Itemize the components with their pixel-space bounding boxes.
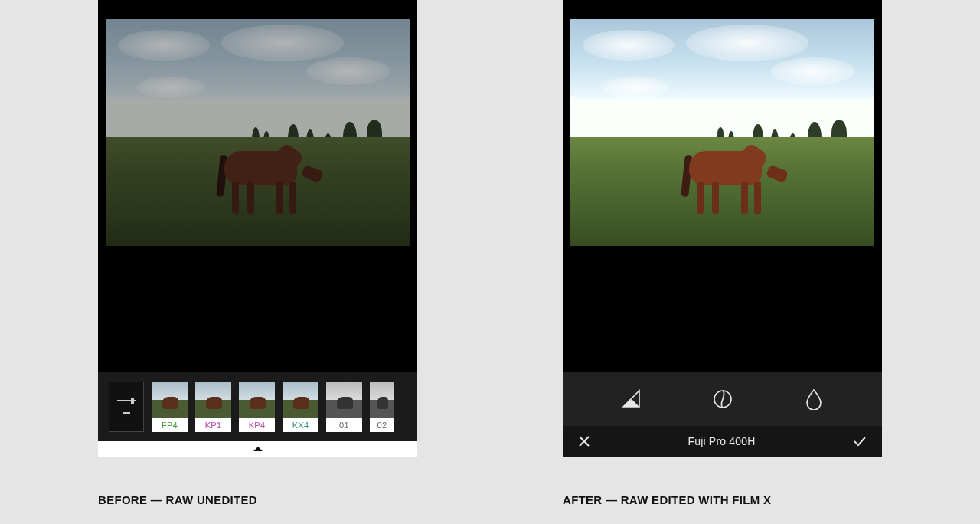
preset-thumb <box>326 382 362 418</box>
confirm-row: Fuji Pro 400H <box>563 426 882 457</box>
drawer-handle[interactable] <box>98 441 417 457</box>
preset-thumb <box>195 382 231 418</box>
before-panel: FP4KP1KP4KX40102 BEFORE — RAW UNEDITED <box>98 0 417 506</box>
preset-label: 02 <box>370 418 394 432</box>
preset-kp4[interactable]: KP4 <box>239 382 275 432</box>
preset-thumb <box>370 382 394 418</box>
contrast-icon <box>712 388 733 410</box>
check-icon <box>853 436 867 447</box>
preset-label: 01 <box>326 418 362 432</box>
after-panel: Fuji Pro 400H AFTER — RAW EDITED WITH FI… <box>563 0 882 506</box>
preset-label: KP1 <box>195 418 231 432</box>
contrast-tool[interactable] <box>707 384 738 414</box>
confirm-button[interactable] <box>853 436 867 447</box>
preset-thumb <box>152 382 188 418</box>
preset-label: FP4 <box>152 418 188 432</box>
cancel-button[interactable] <box>578 435 590 447</box>
close-icon <box>578 435 590 447</box>
before-caption: BEFORE — RAW UNEDITED <box>98 493 417 506</box>
no-preset-icon <box>122 412 130 414</box>
tool-row <box>563 372 882 426</box>
saturation-tool[interactable] <box>799 384 829 414</box>
sliders-icon <box>117 400 136 401</box>
adjust-exposure-icon <box>621 388 642 410</box>
exposure-tool[interactable] <box>616 384 647 414</box>
before-photo[interactable] <box>106 19 410 246</box>
preset-02[interactable]: 02 <box>370 382 394 432</box>
after-caption: AFTER — RAW EDITED WITH FILM X <box>563 493 882 506</box>
preset-kx4[interactable]: KX4 <box>283 382 318 432</box>
preset-none[interactable] <box>109 382 144 432</box>
after-phone-screen: Fuji Pro 400H <box>563 0 882 457</box>
preset-kp1[interactable]: KP1 <box>195 382 231 432</box>
preset-thumb <box>283 382 318 418</box>
preset-title: Fuji Pro 400H <box>688 435 755 447</box>
saturation-icon <box>804 388 824 410</box>
after-photo[interactable] <box>570 19 874 246</box>
preset-label: KX4 <box>283 418 318 432</box>
preset-01[interactable]: 01 <box>326 382 362 432</box>
preset-fp4[interactable]: FP4 <box>152 382 188 432</box>
chevron-up-icon <box>253 446 263 452</box>
preset-label: KP4 <box>239 418 275 432</box>
preset-strip[interactable]: FP4KP1KP4KX40102 <box>98 372 417 441</box>
before-phone-screen: FP4KP1KP4KX40102 <box>98 0 417 457</box>
preset-thumb <box>239 382 275 418</box>
